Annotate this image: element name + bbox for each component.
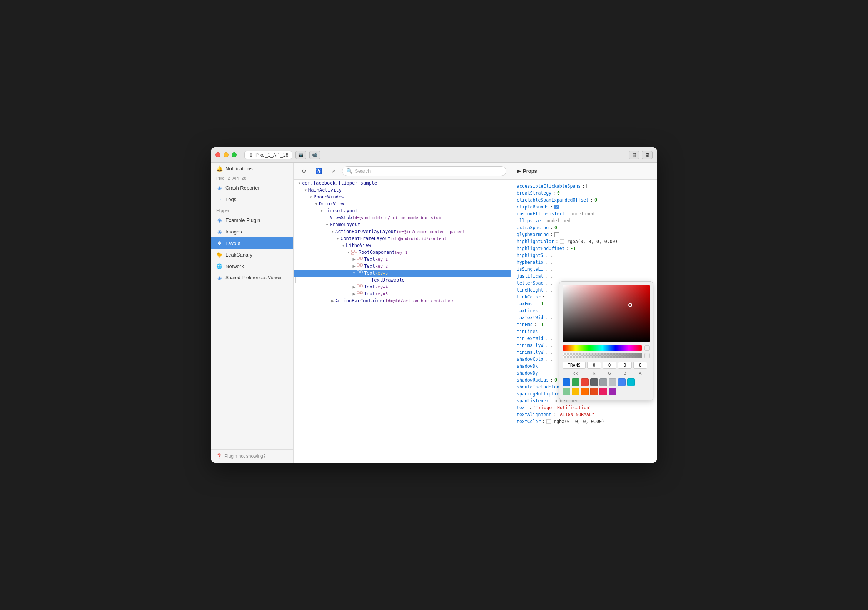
prop-key: isSingleLi bbox=[517, 267, 543, 272]
device-tab[interactable]: 🖥 Pixel_2_API_28 bbox=[244, 151, 292, 159]
prop-truncated: ... bbox=[545, 357, 553, 362]
close-button[interactable] bbox=[215, 152, 220, 157]
tree-arrow: ▾ bbox=[319, 208, 324, 213]
color-swatch[interactable] bbox=[563, 378, 570, 386]
prop-sep: : bbox=[553, 190, 556, 196]
sidebar-item-leakcanary[interactable]: 🐤 LeakCanary bbox=[211, 249, 293, 260]
prop-sep: : bbox=[542, 419, 545, 424]
tree-node[interactable]: ▾ LinearLayout bbox=[294, 207, 511, 214]
tree-node[interactable]: ▶ ViewStub id=@android:id/action_mode_ba… bbox=[294, 214, 511, 221]
tree-node-text: Text bbox=[364, 263, 375, 269]
a-input[interactable]: 0 bbox=[633, 362, 647, 369]
prop-checkbox[interactable] bbox=[586, 184, 591, 188]
sidebar-item-images[interactable]: ◉ Images bbox=[211, 226, 293, 237]
prop-key: text bbox=[517, 405, 527, 410]
fullscreen-button[interactable]: ⤢ bbox=[327, 166, 339, 176]
color-swatch[interactable] bbox=[599, 378, 607, 386]
svg-rect-10 bbox=[360, 285, 362, 287]
tree-node[interactable]: ▾ PhoneWindow bbox=[294, 193, 511, 200]
tree-node[interactable]: ▶ TextDrawable bbox=[295, 277, 511, 283]
tree-node-selected[interactable]: ▾ Text key=3 bbox=[294, 270, 511, 277]
sidebar-left-button[interactable]: ▤ bbox=[629, 151, 639, 159]
search-bar[interactable]: 🔍 Search bbox=[342, 166, 506, 176]
component-tree[interactable]: ▾ com.facebook.flipper.sample ▾ MainActi… bbox=[294, 180, 511, 463]
prop-truncated: ... bbox=[545, 273, 553, 279]
prop-row: customEllipsisText : undefined bbox=[517, 210, 652, 217]
tree-node-text: TextDrawable bbox=[371, 277, 405, 283]
layout-label: Layout bbox=[225, 240, 240, 246]
sidebar-item-network[interactable]: 🌐 Network bbox=[211, 260, 293, 272]
prop-key: spanListener bbox=[517, 398, 549, 403]
settings-icon: ⚙ bbox=[302, 168, 307, 174]
settings-button[interactable]: ⚙ bbox=[298, 166, 310, 176]
svg-rect-2 bbox=[352, 253, 354, 255]
hex-input[interactable]: TRANS bbox=[563, 362, 586, 369]
color-swatch[interactable] bbox=[618, 378, 626, 386]
color-swatch[interactable] bbox=[609, 378, 616, 386]
tree-node[interactable]: ▾ FrameLayout bbox=[294, 221, 511, 228]
color-swatch[interactable] bbox=[590, 378, 598, 386]
prop-sep: : bbox=[539, 308, 542, 313]
color-swatch[interactable] bbox=[572, 388, 579, 395]
color-swatch[interactable] bbox=[563, 388, 570, 395]
color-gradient[interactable] bbox=[563, 285, 650, 342]
color-swatch[interactable] bbox=[599, 388, 607, 395]
tree-arrow: ▾ bbox=[330, 229, 335, 234]
logs-label: Logs bbox=[225, 197, 236, 202]
tree-node[interactable]: ▶ ActionBarContainer id=@id/action_bar_c… bbox=[294, 297, 511, 304]
minimize-button[interactable] bbox=[224, 152, 229, 157]
prop-row: textColor : rgba(0, 0, 0, 0.00) bbox=[517, 418, 652, 425]
video-button[interactable]: 📹 bbox=[309, 151, 320, 159]
plugin-help-button[interactable]: ❓ Plugin not showing? bbox=[211, 449, 293, 463]
color-swatch[interactable] bbox=[572, 378, 579, 386]
svg-rect-0 bbox=[352, 250, 354, 252]
maximize-button[interactable] bbox=[232, 152, 237, 157]
screenshot-button[interactable]: 📷 bbox=[295, 151, 306, 159]
sidebar-item-shared-prefs[interactable]: ◉ Shared Preferences Viewer bbox=[211, 272, 293, 283]
prop-sep: : bbox=[550, 225, 553, 230]
tree-node[interactable]: ▶ Text key=2 bbox=[294, 263, 511, 270]
color-swatch[interactable] bbox=[609, 388, 616, 395]
tree-node[interactable]: ▾ ContentFrameLayout id=@android:id/cont… bbox=[294, 235, 511, 242]
images-icon: ◉ bbox=[216, 228, 222, 235]
tree-node-text: ActionBarOverlayLayout bbox=[335, 229, 396, 234]
sidebar-item-example-plugin[interactable]: ◉ Example Plugin bbox=[211, 214, 293, 226]
crash-icon: ◉ bbox=[216, 185, 222, 191]
r-input[interactable]: 0 bbox=[587, 362, 601, 369]
svg-rect-4 bbox=[360, 257, 362, 259]
color-swatch[interactable] bbox=[590, 388, 598, 395]
color-swatch[interactable] bbox=[581, 388, 589, 395]
hue-bar[interactable] bbox=[563, 345, 642, 351]
sidebar-item-crash-reporter[interactable]: ◉ Crash Reporter bbox=[211, 182, 293, 193]
prop-key: spacingMultiplier bbox=[517, 391, 562, 397]
search-icon: 🔍 bbox=[346, 168, 352, 174]
accessibility-button[interactable]: ♿ bbox=[313, 166, 324, 176]
sidebar-item-layout[interactable]: ✥ Layout bbox=[211, 237, 293, 249]
sidebar-item-notifications[interactable]: 🔔 Notifications bbox=[211, 163, 293, 174]
tree-node[interactable]: ▾ DecorView bbox=[294, 200, 511, 207]
tree-node[interactable]: ▾ LithoView bbox=[294, 242, 511, 249]
sidebar-item-logs[interactable]: → Logs bbox=[211, 193, 293, 205]
g-input[interactable]: 0 bbox=[603, 362, 616, 369]
alpha-bar[interactable] bbox=[563, 353, 642, 358]
sidebar-right-button[interactable]: ▧ bbox=[642, 151, 653, 159]
tree-node[interactable]: ▶ Text key=5 bbox=[294, 290, 511, 297]
tree-arrow: ▾ bbox=[324, 222, 330, 227]
color-picker-popup: TRANS 0 0 0 0 Hex R G B A bbox=[559, 281, 653, 400]
tree-node[interactable]: ▶ Text key=4 bbox=[294, 283, 511, 290]
prop-value: "Trigger Notification" bbox=[533, 405, 592, 410]
color-swatch[interactable] bbox=[627, 378, 635, 386]
tree-node[interactable]: ▾ RootComponent key=1 bbox=[294, 249, 511, 256]
prop-key: textColor bbox=[517, 419, 541, 424]
tree-node[interactable]: ▾ ActionBarOverlayLayout id=@id/decor_co… bbox=[294, 228, 511, 235]
tree-root-node[interactable]: ▾ com.facebook.flipper.sample bbox=[294, 180, 511, 187]
prop-checkbox-checked[interactable]: ✓ bbox=[554, 205, 559, 209]
color-swatch[interactable] bbox=[581, 378, 589, 386]
tree-node[interactable]: ▶ Text key=1 bbox=[294, 256, 511, 263]
prop-checkbox[interactable] bbox=[554, 232, 559, 237]
color-swatch-small bbox=[560, 239, 564, 244]
b-input[interactable]: 0 bbox=[618, 362, 632, 369]
tree-arrow: ▶ bbox=[351, 284, 357, 290]
prop-key: lineHeight bbox=[517, 287, 543, 293]
tree-node[interactable]: ▾ MainActivity bbox=[294, 187, 511, 193]
